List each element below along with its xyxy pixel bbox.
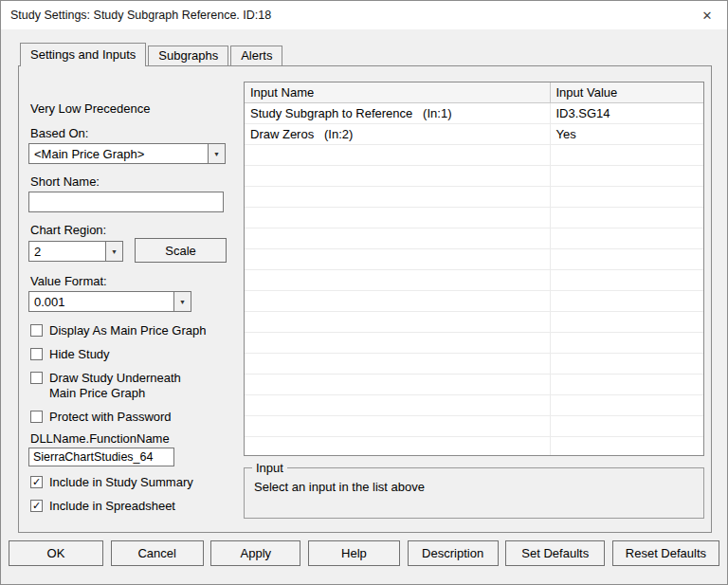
empty-cell bbox=[550, 436, 703, 456]
checkbox-display-as-main-price-graph[interactable]: Display As Main Price Graph bbox=[30, 323, 245, 338]
scale-button[interactable]: Scale bbox=[135, 238, 227, 263]
empty-cell bbox=[245, 332, 550, 353]
checkbox-hide-study[interactable]: Hide Study bbox=[30, 347, 245, 362]
checkbox-draw-study-underneath-main-price-graph[interactable]: Draw Study Underneath Main Price Graph bbox=[30, 371, 245, 401]
study-options-checkbox-group: Display As Main Price GraphHide StudyDra… bbox=[30, 323, 245, 433]
empty-cell bbox=[245, 290, 550, 311]
empty-row bbox=[245, 394, 703, 415]
chart-region-select[interactable]: 2 ▼ bbox=[28, 241, 123, 262]
checkbox-include-in-spreadsheet[interactable]: ✓Include in Spreadsheet bbox=[30, 499, 245, 514]
checkbox-unchecked-icon[interactable] bbox=[30, 324, 43, 337]
empty-row bbox=[245, 269, 703, 290]
close-icon[interactable]: ✕ bbox=[687, 1, 727, 29]
precedence-label: Very Low Precedence bbox=[30, 101, 150, 116]
input-name-cell[interactable]: Study Subgraph to Reference (In:1) bbox=[245, 102, 550, 123]
value-format-select[interactable]: 0.001 ▼ bbox=[28, 291, 191, 312]
empty-row bbox=[245, 207, 703, 228]
empty-cell bbox=[245, 374, 550, 394]
empty-cell bbox=[245, 353, 550, 374]
checkbox-checked-icon[interactable]: ✓ bbox=[30, 500, 43, 512]
input-group-box: Input Select an input in the list above bbox=[244, 467, 704, 519]
empty-cell bbox=[245, 436, 550, 456]
empty-cell bbox=[245, 207, 550, 228]
empty-cell bbox=[550, 228, 703, 248]
value-format-value: 0.001 bbox=[29, 292, 173, 311]
column-header-input-name[interactable]: Input Name bbox=[245, 82, 550, 102]
input-group-message: Select an input in the list above bbox=[245, 468, 703, 494]
empty-row bbox=[245, 332, 703, 353]
checkbox-label: Include in Study Summary bbox=[49, 475, 193, 490]
dll-function-label: DLLName.FunctionName bbox=[30, 431, 170, 446]
dropdown-arrow-icon[interactable]: ▼ bbox=[105, 242, 122, 261]
checkbox-protect-with-password[interactable]: Protect with Password bbox=[30, 410, 245, 425]
titlebar: Study Settings: Study Subgraph Reference… bbox=[1, 1, 727, 29]
checkbox-label: Protect with Password bbox=[49, 410, 172, 425]
empty-cell bbox=[550, 290, 703, 311]
empty-row bbox=[245, 290, 703, 311]
based-on-label: Based On: bbox=[30, 126, 88, 140]
description-button[interactable]: Description bbox=[408, 540, 499, 566]
dll-function-input[interactable] bbox=[28, 448, 174, 466]
empty-cell bbox=[245, 394, 550, 415]
empty-cell bbox=[245, 311, 550, 332]
input-row[interactable]: Draw Zeros (In:2)Yes bbox=[245, 123, 703, 144]
empty-cell bbox=[245, 165, 550, 186]
input-group-title: Input bbox=[252, 461, 287, 475]
short-name-input[interactable] bbox=[28, 192, 224, 212]
checkbox-checked-icon[interactable]: ✓ bbox=[30, 476, 43, 488]
tab-settings-and-inputs[interactable]: Settings and Inputs bbox=[20, 43, 146, 66]
dropdown-arrow-icon[interactable]: ▼ bbox=[208, 144, 225, 163]
input-row[interactable]: Study Subgraph to Reference (In:1)ID3.SG… bbox=[245, 102, 703, 123]
checkbox-include-in-study-summary[interactable]: ✓Include in Study Summary bbox=[30, 475, 245, 490]
empty-cell bbox=[550, 394, 703, 415]
empty-row bbox=[245, 248, 703, 269]
empty-cell bbox=[550, 353, 703, 374]
empty-cell bbox=[550, 269, 703, 290]
value-format-label: Value Format: bbox=[30, 274, 107, 288]
empty-row bbox=[245, 353, 703, 374]
empty-cell bbox=[245, 415, 550, 436]
tab-page-settings-and-inputs: Very Low Precedence Based On: <Main Pric… bbox=[18, 65, 712, 533]
empty-row bbox=[245, 144, 703, 165]
based-on-value: <Main Price Graph> bbox=[29, 144, 208, 163]
apply-button[interactable]: Apply bbox=[210, 540, 300, 566]
empty-cell bbox=[245, 269, 550, 290]
input-name-cell[interactable]: Draw Zeros (In:2) bbox=[245, 123, 550, 144]
empty-cell bbox=[245, 248, 550, 269]
checkbox-label: Display As Main Price Graph bbox=[49, 323, 206, 338]
chart-region-value: 2 bbox=[29, 242, 105, 261]
input-value-cell[interactable]: ID3.SG14 bbox=[550, 102, 703, 123]
window-title: Study Settings: Study Subgraph Reference… bbox=[1, 9, 271, 22]
set-defaults-button[interactable]: Set Defaults bbox=[505, 540, 605, 566]
empty-row bbox=[245, 311, 703, 332]
empty-cell bbox=[550, 311, 703, 332]
checkbox-label: Draw Study Underneath Main Price Graph bbox=[49, 371, 181, 401]
empty-row bbox=[245, 436, 703, 456]
inputs-table-header-row: Input Name Input Value bbox=[245, 82, 703, 102]
input-value-cell[interactable]: Yes bbox=[550, 123, 703, 144]
cancel-button[interactable]: Cancel bbox=[111, 540, 204, 566]
empty-cell bbox=[550, 248, 703, 269]
dropdown-arrow-icon[interactable]: ▼ bbox=[173, 292, 191, 311]
checkbox-unchecked-icon[interactable] bbox=[30, 372, 43, 384]
checkbox-label: Hide Study bbox=[49, 347, 110, 362]
tab-alerts[interactable]: Alerts bbox=[230, 46, 282, 66]
checkbox-label: Include in Spreadsheet bbox=[49, 499, 175, 514]
column-header-input-value[interactable]: Input Value bbox=[550, 82, 703, 102]
checkbox-unchecked-icon[interactable] bbox=[30, 411, 43, 423]
empty-cell bbox=[550, 165, 703, 186]
based-on-select[interactable]: <Main Price Graph> ▼ bbox=[28, 143, 226, 164]
empty-cell bbox=[550, 186, 703, 207]
tab-subgraphs[interactable]: Subgraphs bbox=[148, 46, 228, 66]
checkbox-unchecked-icon[interactable] bbox=[30, 348, 43, 360]
empty-row bbox=[245, 415, 703, 436]
reset-defaults-button[interactable]: Reset Defaults bbox=[612, 540, 719, 566]
empty-cell bbox=[245, 228, 550, 248]
empty-cell bbox=[550, 374, 703, 394]
inputs-table[interactable]: Input Name Input Value Study Subgraph to… bbox=[244, 82, 704, 456]
help-button[interactable]: Help bbox=[308, 540, 400, 566]
empty-cell bbox=[550, 332, 703, 353]
ok-button[interactable]: OK bbox=[9, 540, 103, 566]
empty-cell bbox=[245, 186, 550, 207]
chart-region-label: Chart Region: bbox=[30, 223, 106, 237]
